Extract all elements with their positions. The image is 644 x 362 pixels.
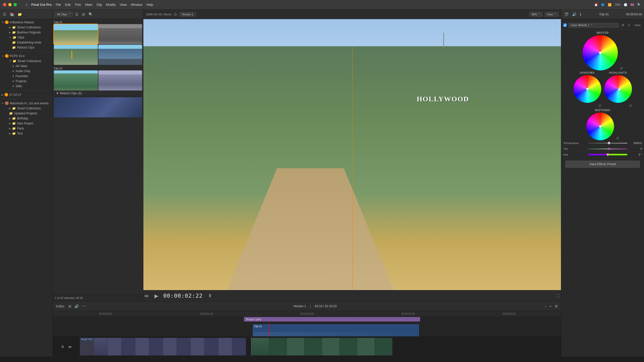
window-menu-item[interactable]: Window — [131, 3, 142, 7]
clip-thumb-2[interactable] — [98, 24, 142, 44]
paris-label: Paris — [17, 127, 24, 130]
timeline-clip-view-button[interactable]: ⊞ — [67, 304, 72, 309]
shadows-color-wheel[interactable] — [574, 75, 601, 103]
hue-slider[interactable] — [588, 154, 627, 155]
fullscreen-viewer-button[interactable]: ⛶ — [555, 293, 561, 298]
sidebar-toggle-button[interactable]: ☰ — [2, 12, 7, 17]
timeline-settings-button[interactable]: ⚙ — [554, 304, 559, 309]
sidebar-item-establishing-shots[interactable]: 📁 Establishing shots — [0, 40, 53, 45]
timeline-zoom-out-button[interactable]: – — [544, 304, 548, 309]
inspector-view-btn[interactable]: View — [633, 23, 642, 27]
sidebar-item-stills[interactable]: ✦ Stills — [0, 84, 53, 89]
17-12-17-header[interactable]: ▶ 🟠 17-12-17 — [0, 92, 53, 97]
sidebar-item-smart-collections-2[interactable]: ▼ 📁 Smart Collections — [0, 59, 53, 64]
battery-label: 79% — [615, 3, 621, 7]
inspector-info-button[interactable]: ℹ — [579, 12, 582, 17]
help-menu-item[interactable]: Help — [146, 3, 153, 7]
effect-name-dropdown[interactable]: Color Wheels 1 ⌃ — [568, 23, 619, 28]
all-clips-dropdown[interactable]: All Clips ⌃ — [55, 12, 73, 17]
file-menu-item[interactable]: File — [56, 3, 61, 7]
sidebar-item-smart-collections-1[interactable]: ▶ 📁 Smart Collections — [0, 25, 53, 30]
macintosh-header[interactable]: ▼ 🟤 Macintosh H...cts and events — [0, 101, 53, 106]
zoom-label: 90% — [532, 13, 537, 16]
inspector-audio-button[interactable]: 🔊 — [571, 12, 577, 17]
shadows-reset-button[interactable]: ↺ — [598, 104, 601, 108]
close-button[interactable] — [3, 3, 6, 6]
timeline-play-button[interactable]: ⏸ — [60, 344, 65, 349]
inspector-video-button[interactable]: 🎬 — [563, 12, 570, 17]
clip-thumb-4[interactable] — [98, 45, 142, 65]
index-button[interactable]: Index — [55, 304, 65, 309]
viewer-panel: 1080i HD 25i, Stereo 🎥 Version 1 90% ⌃ V… — [143, 10, 561, 301]
timeline-waveform-button[interactable]: 〰 — [81, 304, 86, 309]
clip-thumb-6[interactable] — [98, 70, 142, 90]
sidebar-item-projects[interactable]: ✦ Projects — [0, 79, 53, 84]
play-to-beginning-button[interactable]: ⏮ — [143, 293, 149, 299]
sidebar-item-clips[interactable]: ▼ 📁 Clips — [0, 35, 53, 40]
sidebar-item-favorites[interactable]: ✦ Favorites — [0, 74, 53, 79]
library-icon-button[interactable]: 📚 — [9, 12, 15, 17]
timeline-zoom-in-button[interactable]: + — [549, 304, 553, 309]
effect-reset-button[interactable]: ↺ — [620, 23, 625, 28]
np-chevron-icon: ▶ — [9, 122, 11, 125]
effect-controls: ↺ ⤢ — [620, 23, 631, 28]
sidebar-item-beehive-originals[interactable]: ▶ 📁 Beehive Originals — [0, 30, 53, 35]
modify-menu-item[interactable]: Modify — [106, 3, 116, 7]
reboot-thumb-1[interactable] — [54, 97, 142, 117]
clips-chevron-icon: ▼ — [9, 36, 11, 39]
event-icon-button[interactable]: 📁 — [17, 12, 23, 17]
beehive-reboot-header[interactable]: ▼ 🟠 0-Beehive Reboot — [0, 20, 53, 25]
trim-menu-item[interactable]: Trim — [75, 3, 81, 7]
midtones-color-wheel[interactable] — [586, 113, 614, 140]
view-menu-item[interactable]: View — [120, 3, 127, 7]
minimize-button[interactable] — [8, 3, 12, 6]
sidebar-item-updated-projects[interactable]: 📁 Updated Projects — [0, 111, 53, 116]
search-icon[interactable]: 🔍 — [637, 3, 641, 7]
sidebar-item-audio-only[interactable]: ✦ Audio Only — [0, 69, 53, 74]
browser-search-button[interactable]: 🔍 — [88, 12, 94, 17]
clip1-track-block[interactable]: Clip #1 — [253, 324, 419, 336]
sidebar-item-reboot-clips[interactable]: 📁 Reboot Clips — [0, 45, 53, 50]
timeline-skip-button[interactable]: ⏭ — [67, 344, 73, 349]
sidebar-item-paris[interactable]: ▶ 📁 Paris — [0, 126, 53, 131]
browser-status-bar: 1 of 42 selected, 04:16 — [53, 294, 143, 301]
master-reset-button[interactable]: ↺ — [620, 66, 623, 70]
version-dropdown[interactable]: Version 1 — [179, 12, 195, 17]
mark-menu-item[interactable]: Mark — [85, 3, 92, 7]
effect-enable-checkbox[interactable] — [563, 23, 567, 27]
timeline-audio-button[interactable]: 🔊 — [73, 304, 80, 309]
highlights-reset-button[interactable]: ↺ — [629, 104, 632, 108]
highlights-color-wheel[interactable] — [604, 75, 632, 103]
tint-slider[interactable] — [588, 149, 627, 149]
reboot-clips-section-header[interactable]: ▼ Reboot Clips (6) — [54, 90, 142, 96]
viewer-view-dropdown[interactable]: View ⌃ — [545, 12, 558, 17]
midtones-reset-button[interactable]: ↺ — [616, 136, 619, 140]
browser-filmstrip-view-button[interactable]: ⊞ — [81, 12, 86, 17]
clip-thumb-3[interactable] — [54, 45, 98, 65]
fcpx-menu-item[interactable]: Final Cut Pro — [31, 3, 52, 7]
pause-button[interactable]: ⏸ — [207, 293, 213, 299]
zoom-dropdown[interactable]: 90% ⌃ — [529, 12, 543, 17]
clip-thumb-1[interactable] — [54, 24, 98, 44]
temperature-slider[interactable] — [588, 143, 627, 144]
sidebar-item-new-project[interactable]: ▶ 📁 New Project — [0, 121, 53, 126]
sidebar-item-all-video[interactable]: ✦ All Video — [0, 64, 53, 69]
browser-list-view-button[interactable]: ☰ — [74, 12, 79, 17]
sc2-label: Smart Collections — [18, 59, 41, 63]
master-color-wheel[interactable] — [583, 35, 618, 70]
sidebar-item-birthday[interactable]: ▶ 📁 Birthday — [0, 116, 53, 121]
edit-menu-item[interactable]: Edit — [65, 3, 70, 7]
inspector-clip-name: Clip #1 — [599, 13, 609, 16]
timeline-tracks: Boogie Lights Clip #1 — [53, 317, 561, 336]
sidebar-item-test[interactable]: ▶ 📁 Test — [0, 131, 53, 136]
apple-menu[interactable]:  — [26, 3, 27, 7]
save-effects-preset-button[interactable]: Save Effects Preset — [565, 161, 640, 168]
beehive-chevron-icon: ▼ — [2, 21, 4, 24]
fcpx-header[interactable]: ▼ 🟠 FCPX 10.4 — [0, 53, 53, 59]
clip-menu-item[interactable]: Clip — [96, 3, 102, 7]
effect-expand-button[interactable]: ⤢ — [626, 23, 631, 28]
play-button[interactable]: ▶ — [153, 292, 159, 299]
fullscreen-button[interactable] — [14, 3, 17, 6]
clip-thumb-5[interactable] — [54, 70, 98, 90]
sidebar-item-smart-collections-3[interactable]: ▶ 📁 Smart Collections — [0, 106, 53, 111]
